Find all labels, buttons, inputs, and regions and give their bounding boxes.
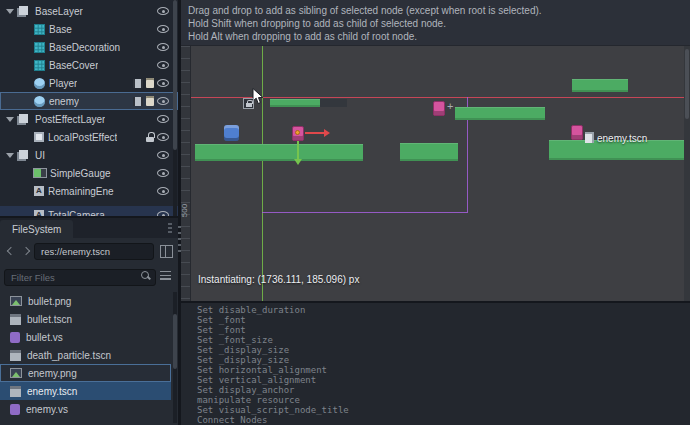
main-area: Drag and drop to add as sibling of selec…: [181, 0, 690, 425]
scene-tree-item-localposteffect[interactable]: LocalPostEffect: [0, 128, 178, 146]
colorrect-icon: [34, 132, 44, 142]
instantiate-status-text: Instantiating: (1736.111, 185.096) px: [198, 274, 359, 285]
lock-icon[interactable]: [146, 132, 154, 142]
visibility-eye-icon[interactable]: [157, 169, 169, 177]
script-icon[interactable]: [146, 96, 154, 106]
move-gizmo-y-axis[interactable]: [297, 141, 299, 159]
label-icon: [34, 186, 44, 196]
player-sprite[interactable]: [224, 125, 239, 141]
file-row-enemy-tscn[interactable]: enemy.tscn: [0, 382, 171, 400]
visibility-eye-icon[interactable]: [157, 211, 169, 218]
split-mode-button[interactable]: [158, 243, 174, 259]
scene-tree-item-basecover[interactable]: BaseCover: [0, 56, 178, 74]
move-gizmo-origin[interactable]: [295, 130, 300, 135]
instanced-scene-icon[interactable]: [133, 97, 143, 106]
file-row-bullet-png[interactable]: bullet.png: [0, 292, 171, 310]
scene-tree-item-player[interactable]: Player: [0, 74, 178, 92]
platform-tile: [195, 144, 363, 161]
tilemap-icon: [34, 42, 45, 53]
filesystem-navbar: res://enemy.tscn: [0, 238, 178, 264]
enemy-sprite-selected[interactable]: [292, 126, 304, 141]
canvas-layer-icon: [19, 114, 28, 123]
file-name: bullet.png: [28, 296, 71, 307]
visibility-eye-icon[interactable]: [157, 187, 169, 195]
filter-files-input[interactable]: [4, 269, 156, 286]
log-line: Set _font_size: [197, 335, 690, 345]
visibility-eye-icon[interactable]: [157, 97, 169, 105]
chevron-down-icon[interactable]: [6, 117, 14, 122]
tree-item-label: SimpleGauge: [50, 168, 111, 179]
chevron-down-icon[interactable]: [6, 153, 14, 158]
dock-grip-handle[interactable]: [168, 223, 172, 235]
left-dock: BaseLayer Base BaseDecoration BaseCover: [0, 0, 178, 425]
viewport-scrollbar[interactable]: [684, 46, 690, 301]
label-icon: [34, 210, 44, 218]
file-row-enemy-png[interactable]: enemy.png: [0, 364, 171, 382]
scene-tree-item-remainingene[interactable]: RemainingEne: [0, 182, 178, 200]
file-list-scrollbar[interactable]: [173, 292, 177, 423]
scrollbar-thumb[interactable]: [173, 0, 177, 150]
visibility-eye-icon[interactable]: [157, 115, 169, 123]
output-log-panel[interactable]: Set disable_duration Set _font Set _font…: [181, 303, 690, 425]
instanced-scene-icon[interactable]: [133, 79, 143, 88]
log-line: Set _font: [197, 315, 690, 325]
log-line: Set visual_script_node_title: [197, 405, 690, 415]
enemy-sprite[interactable]: [433, 101, 445, 116]
visibility-eye-icon[interactable]: [157, 61, 169, 69]
scene-tree-item-simplegauge[interactable]: SimpleGauge: [0, 164, 178, 182]
scene-tree-item-ui[interactable]: UI: [0, 146, 178, 164]
platform-tile: [455, 107, 545, 120]
visualscript-file-icon: [10, 332, 20, 343]
file-name: enemy.png: [28, 368, 77, 379]
scene-tree-item-baselayer[interactable]: BaseLayer: [0, 2, 178, 20]
tilemap-icon: [34, 60, 45, 71]
hint-line: Drag and drop to add as sibling of selec…: [188, 4, 690, 17]
current-path-field[interactable]: res://enemy.tscn: [34, 243, 154, 260]
2d-viewport-canvas[interactable]: Drag and drop to add as sibling of selec…: [181, 0, 690, 303]
file-row-bullet-tscn[interactable]: bullet.tscn: [0, 310, 171, 328]
tree-item-label: TotalCamera: [48, 210, 105, 219]
scene-tree-item-posteffectlayer[interactable]: PostEffectLayer: [0, 110, 178, 128]
filesystem-tabbar: FileSystem: [0, 218, 178, 238]
platform-tile: [400, 143, 458, 161]
file-list: bullet.png bullet.tscn bullet.vs death_p…: [0, 288, 178, 425]
platform-tile: [572, 79, 628, 92]
scene-tree-item-base[interactable]: Base: [0, 20, 178, 38]
script-icon[interactable]: [146, 78, 154, 88]
filesystem-filterbar: [0, 264, 178, 288]
path-text: res://enemy.tscn: [41, 246, 110, 257]
scrollbar-thumb[interactable]: [173, 314, 177, 369]
scene-tree-item-enemy[interactable]: enemy: [0, 92, 178, 110]
history-back-button[interactable]: [4, 243, 17, 259]
visibility-eye-icon[interactable]: [157, 151, 169, 159]
scene-tree-scrollbar[interactable]: [173, 0, 177, 218]
vertical-ruler: 500: [181, 46, 191, 301]
visibility-eye-icon[interactable]: [157, 25, 169, 33]
tab-filesystem[interactable]: FileSystem: [0, 220, 73, 238]
platform-tile: [270, 99, 320, 107]
texture-progress-icon: [34, 169, 46, 177]
sort-files-button[interactable]: [158, 268, 174, 284]
file-row-death-particle-tscn[interactable]: death_particle.tscn: [0, 346, 171, 364]
instantiate-lock-badge: [243, 98, 254, 109]
file-name: enemy.tscn: [27, 386, 77, 397]
tilemap-icon: [34, 24, 45, 35]
move-gizmo-x-axis[interactable]: [305, 132, 324, 134]
file-name: death_particle.tscn: [27, 350, 111, 361]
visibility-eye-icon[interactable]: [157, 133, 169, 141]
history-forward-button[interactable]: [19, 243, 32, 259]
scene-tree-item-basedecoration[interactable]: BaseDecoration: [0, 38, 178, 56]
visibility-eye-icon[interactable]: [157, 79, 169, 87]
file-name: bullet.tscn: [27, 314, 72, 325]
file-row-bullet-vs[interactable]: bullet.vs: [0, 328, 171, 346]
scrollbar-thumb[interactable]: [685, 49, 689, 119]
file-row-enemy-vs[interactable]: enemy.vs: [0, 400, 171, 418]
log-line: Set display_anchor: [197, 385, 690, 395]
tree-item-label: RemainingEne: [48, 186, 114, 197]
visibility-eye-icon[interactable]: [157, 7, 169, 15]
scene-tree-item-partial[interactable]: TotalCamera: [0, 206, 178, 218]
log-line: Set _display_size: [197, 355, 690, 365]
chevron-down-icon[interactable]: [6, 9, 14, 14]
tree-item-label: BaseCover: [49, 60, 98, 71]
visibility-eye-icon[interactable]: [157, 43, 169, 51]
